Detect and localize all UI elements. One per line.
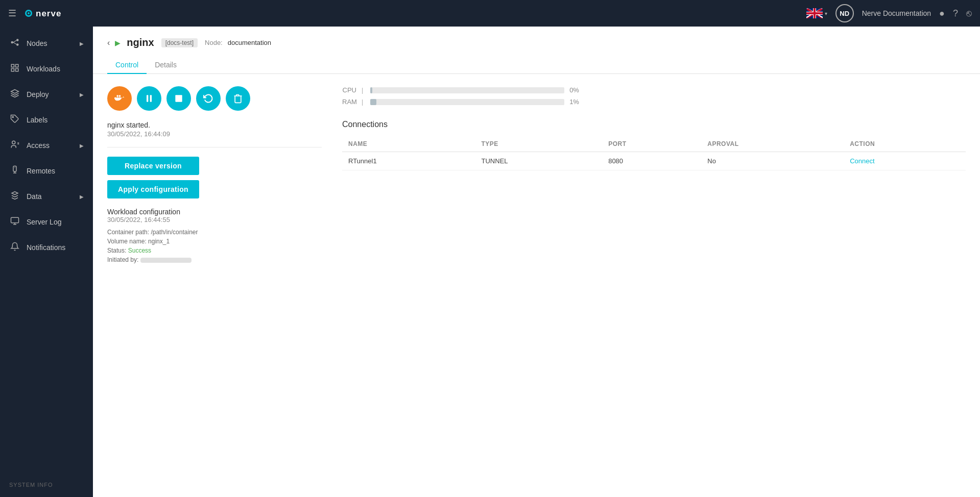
svg-point-22 — [12, 116, 13, 117]
workload-status-text: nginx started. — [107, 121, 322, 129]
sidebar-item-notifications[interactable]: Notifications — [0, 235, 93, 260]
nerve-logo-svg: nerve — [23, 6, 69, 20]
svg-point-15 — [16, 43, 19, 46]
col-header-aproval: APROVAL — [701, 136, 844, 152]
user-avatar[interactable]: ND — [835, 4, 854, 22]
connection-action[interactable]: Connect — [844, 152, 966, 170]
delete-button[interactable] — [226, 86, 250, 111]
nodes-expand-arrow: ▶ — [80, 41, 84, 46]
svg-rect-21 — [16, 69, 18, 71]
initiated-by-detail: Initiated by: — [107, 256, 322, 263]
svg-rect-26 — [13, 166, 16, 172]
svg-rect-37 — [175, 95, 182, 102]
sidebar-workloads-label: Workloads — [27, 65, 84, 73]
connection-port: 8080 — [602, 152, 701, 170]
uk-flag-icon — [806, 8, 823, 18]
config-section: Workload configuration 30/05/2022, 16:44… — [107, 208, 322, 263]
stop-icon — [174, 93, 184, 104]
svg-rect-12 — [806, 12, 823, 14]
svg-rect-33 — [117, 95, 118, 97]
sidebar: Nodes ▶ Workloads Deploy ▶ Labels — [0, 27, 93, 497]
tabs-bar: Control Details — [93, 56, 980, 74]
connect-link[interactable]: Connect — [850, 157, 874, 165]
logout-icon[interactable]: ⎋ — [966, 8, 972, 19]
notifications-icon — [9, 242, 20, 253]
control-tab-content: nginx started. 30/05/2022, 16:44:09 Repl… — [93, 74, 980, 497]
nerve-logo: nerve — [23, 6, 69, 20]
sidebar-remotes-label: Remotes — [27, 167, 84, 175]
system-info-label[interactable]: SYSTEM INFO — [9, 482, 53, 488]
user-profile-icon[interactable]: ● — [939, 8, 945, 19]
restart-button[interactable] — [196, 86, 221, 111]
cpu-bar-track — [370, 87, 564, 93]
help-icon[interactable]: ? — [953, 8, 958, 19]
svg-rect-20 — [11, 69, 14, 71]
table-row: RTunnel1 TUNNEL 8080 No Connect — [342, 152, 966, 170]
pause-button[interactable] — [137, 86, 161, 111]
sidebar-item-server-log[interactable]: Server Log — [0, 209, 93, 235]
tab-control[interactable]: Control — [107, 56, 147, 74]
ram-bar-fill — [370, 99, 376, 105]
svg-text:nerve: nerve — [36, 9, 61, 18]
control-right-panel: CPU | 0% RAM | 1% — [342, 86, 966, 485]
sidebar-item-access[interactable]: Access ▶ — [0, 133, 93, 158]
language-selector[interactable]: ▾ — [806, 8, 827, 18]
svg-rect-19 — [16, 64, 18, 67]
workload-tag: [docs-test] — [161, 38, 198, 47]
labels-icon — [9, 114, 20, 126]
volume-name-detail: Volume name: nginx_1 — [107, 238, 322, 245]
ram-metric-row: RAM | 1% — [342, 98, 966, 106]
metrics-section: CPU | 0% RAM | 1% — [342, 86, 966, 106]
sidebar-item-remotes[interactable]: Remotes — [0, 158, 93, 184]
sidebar-nodes-label: Nodes — [27, 39, 74, 47]
workloads-icon — [9, 63, 20, 74]
control-left-panel: nginx started. 30/05/2022, 16:44:09 Repl… — [107, 86, 322, 485]
svg-rect-36 — [150, 95, 152, 102]
delete-icon — [233, 93, 243, 104]
sidebar-item-nodes[interactable]: Nodes ▶ — [0, 31, 93, 56]
svg-rect-34 — [119, 95, 121, 97]
sidebar-item-deploy[interactable]: Deploy ▶ — [0, 82, 93, 107]
access-icon — [9, 140, 20, 151]
ram-value: 1% — [569, 98, 585, 106]
nerve-documentation-link[interactable]: Nerve Documentation — [862, 9, 931, 17]
access-expand-arrow: ▶ — [80, 143, 84, 148]
sidebar-item-labels[interactable]: Labels — [0, 107, 93, 133]
config-title: Workload configuration — [107, 208, 322, 216]
back-button[interactable]: ‹ — [107, 38, 110, 47]
nodes-icon — [9, 38, 20, 49]
connection-name: RTunnel1 — [342, 152, 475, 170]
status-detail: Status: Success — [107, 247, 322, 254]
workload-controls — [107, 86, 322, 111]
svg-point-13 — [11, 41, 14, 44]
apply-configuration-button[interactable]: Apply configuration — [107, 180, 199, 198]
sidebar-item-data[interactable]: Data ▶ — [0, 184, 93, 209]
remotes-icon — [9, 165, 20, 177]
restart-icon — [203, 93, 213, 104]
top-navigation: ☰ nerve ▾ — [0, 0, 980, 27]
connections-table: NAME TYPE PORT APROVAL ACTION RTunnel1 T… — [342, 136, 966, 170]
col-header-type: TYPE — [475, 136, 603, 152]
config-date: 30/05/2022, 16:44:55 — [107, 216, 322, 223]
deploy-icon — [9, 89, 20, 100]
replace-version-button[interactable]: Replace version — [107, 157, 199, 175]
svg-point-14 — [16, 39, 19, 41]
ram-bar-track — [370, 99, 564, 105]
cpu-label: CPU — [342, 86, 356, 94]
tab-details[interactable]: Details — [147, 56, 185, 74]
svg-point-23 — [12, 141, 15, 144]
deploy-expand-arrow: ▶ — [80, 92, 84, 97]
workload-docker-button[interactable] — [107, 86, 132, 111]
container-path-detail: Container path: /path/in/container — [107, 229, 322, 236]
sidebar-deploy-label: Deploy — [27, 90, 74, 98]
sidebar-item-workloads[interactable]: Workloads — [0, 56, 93, 82]
svg-rect-29 — [11, 217, 19, 223]
sidebar-data-label: Data — [27, 192, 74, 201]
hamburger-menu-icon[interactable]: ☰ — [8, 8, 16, 19]
initiated-by-blurred — [140, 258, 192, 263]
stop-button[interactable] — [166, 86, 191, 111]
docker-icon — [113, 92, 126, 105]
cpu-bar-fill — [370, 87, 372, 93]
main-content: ‹ ▶ nginx [docs-test] Node: documentatio… — [93, 27, 980, 497]
sidebar-server-log-label: Server Log — [27, 218, 84, 226]
